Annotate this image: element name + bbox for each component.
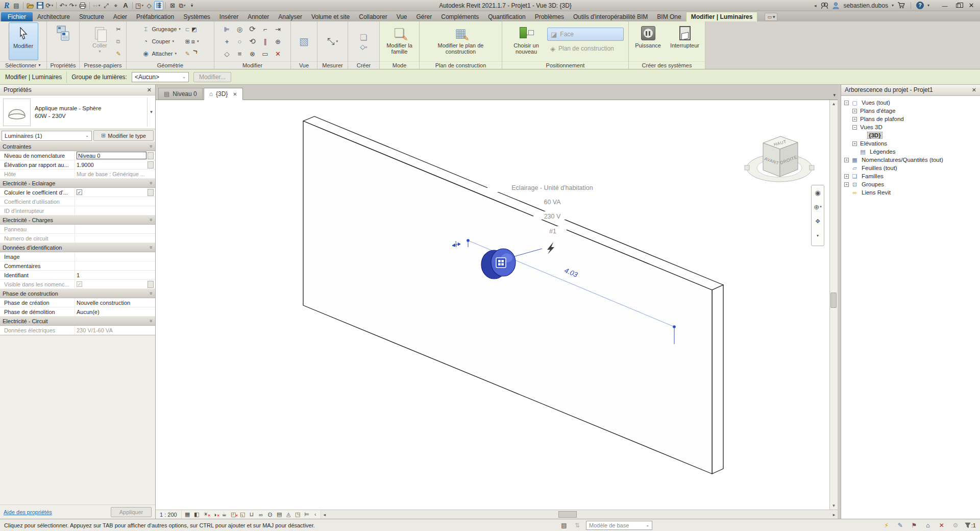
tree-item-vues[interactable]: −▢Vues (tout) <box>841 99 980 107</box>
trim-extend-icon[interactable]: ∥ <box>263 38 267 45</box>
show-crop-region-icon[interactable]: ◱ <box>238 511 247 518</box>
measure-tool-icon[interactable]: ⤡ <box>327 36 334 47</box>
tab-architecture[interactable]: Architecture <box>33 12 75 21</box>
paste-button[interactable]: Coller ▼ <box>85 22 114 60</box>
tab-inserer[interactable]: Insérer <box>215 12 243 21</box>
wall-joins-icon[interactable]: ⊞ <box>185 36 190 47</box>
section-icon[interactable]: ◇ <box>144 1 154 10</box>
edit-type-button[interactable]: ⊞ Modifier le type <box>93 130 154 141</box>
delete-icon[interactable]: ✕ <box>275 50 281 58</box>
help-menu-caret-icon[interactable]: ▾ <box>927 3 929 8</box>
duplicate-view-icon[interactable]: ❏ <box>360 33 367 42</box>
text-icon[interactable]: A <box>121 1 130 10</box>
scroll-down-arrow[interactable]: ▼ <box>830 502 838 510</box>
expand-expander[interactable]: + <box>852 117 857 122</box>
horizontal-scroll-thumb[interactable] <box>558 511 577 518</box>
collapse-expander[interactable]: − <box>852 125 857 130</box>
sync-icon[interactable]: ⟳▾ <box>45 1 54 10</box>
tab-prefabrication[interactable]: Préfabrication <box>132 12 179 21</box>
expand-expander[interactable]: + <box>852 141 857 146</box>
be​am-cutback-icon[interactable]: ⊏ <box>185 23 190 35</box>
section-electricite-circuit[interactable]: Electricité - Circuit« <box>0 317 155 326</box>
panel-label-mesurer[interactable]: Mesurer <box>317 61 348 69</box>
save-icon[interactable] <box>35 1 44 10</box>
mirror-icon[interactable]: ⟲ <box>249 37 256 46</box>
link-icon[interactable]: ⧈▾ <box>191 36 199 47</box>
temporary-hide-isolate-icon[interactable]: ∞ <box>257 512 265 518</box>
design-option-select[interactable]: Modèle de base ⌄ <box>586 521 652 530</box>
panel-label-creer[interactable]: Créer <box>348 61 379 69</box>
offset-icon[interactable]: ◎ <box>237 26 242 33</box>
viewcube-rotate-left[interactable] <box>745 165 749 170</box>
default-3d-view-icon[interactable]: ◳▾ <box>135 1 144 10</box>
tab-acier[interactable]: Acier <box>109 12 132 21</box>
select-underlay-icon[interactable]: ⌂ <box>923 521 933 529</box>
viewcube-rotate-right[interactable] <box>810 165 814 170</box>
visual-style-icon[interactable]: ◧ <box>192 511 201 518</box>
placement-work-plane-button[interactable]: ◈ Plan de construction <box>547 42 624 55</box>
tab-complements[interactable]: Compléments <box>436 12 483 21</box>
tab-analyser[interactable]: Analyser <box>274 12 307 21</box>
displacement-sets-icon[interactable]: ◳ <box>293 511 302 518</box>
demolish-hammer-icon[interactable]: Γ <box>189 49 202 58</box>
detail-level-icon[interactable]: ▦ <box>183 511 192 518</box>
aligned-dimension-icon[interactable]: ⤢ <box>102 1 111 10</box>
close-icon[interactable]: ✕ <box>972 87 976 93</box>
expand-expander[interactable]: + <box>844 158 849 162</box>
cut-geometry-button[interactable]: ◔Couper▾ <box>141 36 180 47</box>
tab-volume-et-site[interactable]: Volume et site <box>307 12 354 21</box>
app-store-cart-icon[interactable] <box>897 2 905 10</box>
help-icon[interactable]: ? <box>916 2 924 9</box>
close-hidden-windows-icon[interactable]: ⊠ <box>168 1 177 10</box>
witness-point[interactable] <box>467 239 470 242</box>
worksets-icon[interactable]: ▤ <box>559 521 569 529</box>
view-scale-button[interactable]: 1 : 200 <box>156 510 182 519</box>
property-row[interactable]: Niveau de nomenclatureNiveau 0 <box>0 151 155 160</box>
tab-structure[interactable]: Structure <box>75 12 109 21</box>
tab-quantification[interactable]: Quantification <box>483 12 530 21</box>
measure-icon[interactable]: ⇿▾ <box>92 1 101 10</box>
copy-icon[interactable]: ⧉ <box>116 36 120 47</box>
switch-windows-icon[interactable]: ⧉▾ <box>178 1 187 10</box>
split-icon[interactable]: ⇥ <box>275 26 281 33</box>
select-pinned-icon[interactable]: ⚑ <box>910 521 919 529</box>
unlocked-view-icon[interactable]: ⊔ <box>248 511 256 518</box>
section-phase-de-construction[interactable]: Phase de construction« <box>0 289 155 298</box>
drawing-canvas[interactable]: Eclairage - Unité d'habitation 60 VA 230… <box>156 100 829 510</box>
edit-work-plane-button[interactable]: ▦✎ Modifier le plan de construction <box>423 22 499 60</box>
navbar-more-caret-icon[interactable]: ▾ <box>817 230 819 240</box>
cut-icon[interactable]: ✂ <box>116 23 120 35</box>
tree-item-elevations[interactable]: +Elévations <box>841 139 980 148</box>
modify-button[interactable]: Modifier <box>9 22 38 60</box>
panel-label-selectionner[interactable]: Sélectionner▼ <box>0 61 46 69</box>
panel-label-plan-de-construction[interactable]: Plan de construction <box>420 61 502 69</box>
switch-button[interactable]: Interrupteur <box>667 22 703 60</box>
panel-label-mode[interactable]: Mode <box>380 61 419 69</box>
edit-family-button[interactable]: ❏✎ Modifier la famille <box>382 22 417 60</box>
drag-on-selection-icon[interactable]: ✕ <box>937 521 946 529</box>
tree-item-groupes[interactable]: +⊡Groupes <box>841 180 980 188</box>
tab-collaborer[interactable]: Collaborer <box>354 12 391 21</box>
section-electricite-charges[interactable]: Electricité - Charges« <box>0 215 155 225</box>
tab-vue[interactable]: Vue <box>392 12 412 21</box>
tree-item-plans-etage[interactable]: +Plans d'étage <box>841 107 980 115</box>
tree-item-nomenclatures[interactable]: +▦Nomenclatures/Quantités (tout) <box>841 156 980 164</box>
scroll-left-arrow[interactable]: ◂ <box>321 510 328 519</box>
collapse-infocenter-icon[interactable]: ◂ <box>814 3 817 8</box>
tab-problemes[interactable]: Problèmes <box>530 12 569 21</box>
join-button[interactable]: ◉Attacher▾ <box>141 48 180 60</box>
align-icon[interactable]: ⊫ <box>224 26 230 33</box>
create-group-icon[interactable]: ◇▫ <box>360 43 368 51</box>
ribbon-display-toggle[interactable]: ▭▾ <box>765 13 777 21</box>
value-text[interactable]: Aucun(e) <box>77 309 100 315</box>
editable-only-icon[interactable]: ⚡ <box>882 521 891 529</box>
pick-new-host-button[interactable]: ← Choisir un nouveau <box>507 22 546 60</box>
expand-expander[interactable]: + <box>844 182 849 187</box>
expand-expander[interactable]: + <box>844 174 849 179</box>
tab-systemes[interactable]: Systèmes <box>179 12 215 21</box>
tree-item-3d-view[interactable]: {3D} <box>841 131 980 139</box>
property-row[interactable]: Commentaires <box>0 261 155 271</box>
zoom-icon[interactable]: ⊕▾ <box>814 202 821 212</box>
editing-requests-icon[interactable]: ⇅ <box>573 521 582 529</box>
property-row[interactable]: Numero de circuit <box>0 234 155 243</box>
